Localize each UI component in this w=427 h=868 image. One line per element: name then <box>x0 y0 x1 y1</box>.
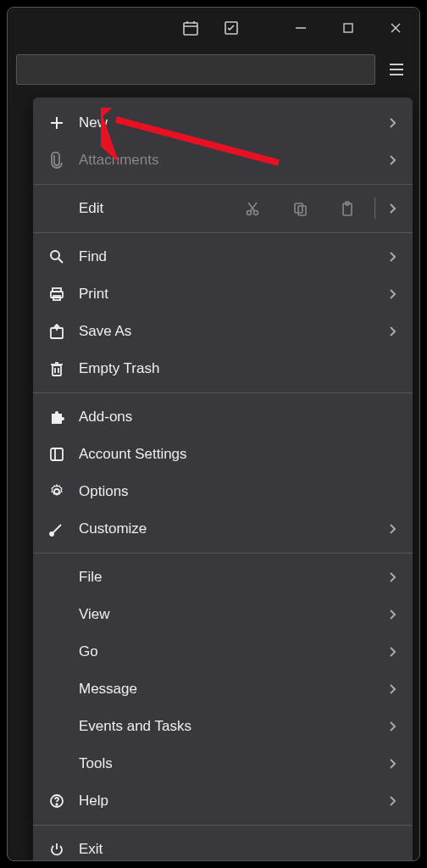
menu-label: Options <box>79 483 399 500</box>
save-icon <box>45 321 69 342</box>
menu-item-tools[interactable]: Tools <box>33 745 413 782</box>
toolbar <box>8 48 419 91</box>
chevron-right-icon <box>385 609 399 620</box>
separator <box>33 232 413 233</box>
menu-item-exit[interactable]: Exit <box>33 831 413 861</box>
chevron-right-icon <box>385 683 399 695</box>
chevron-right-icon <box>385 154 399 166</box>
svg-line-28 <box>58 259 63 263</box>
menu-item-options[interactable]: Options <box>33 473 413 510</box>
chevron-right-icon <box>385 721 399 732</box>
menu-label: Tools <box>79 755 385 772</box>
menu-item-new[interactable]: New <box>33 104 413 142</box>
menu-label: New <box>79 114 385 131</box>
menu-label: Go <box>79 643 385 660</box>
window-frame: New Attachments Edit <box>7 7 420 861</box>
separator <box>33 184 413 185</box>
menu-item-attachments[interactable]: Attachments <box>33 142 413 179</box>
svg-point-44 <box>56 804 58 805</box>
menu-label: Print <box>79 286 385 303</box>
search-input[interactable] <box>16 54 375 85</box>
paintbrush-icon <box>45 519 69 539</box>
svg-rect-38 <box>51 448 63 460</box>
search-icon <box>45 247 69 267</box>
help-icon <box>45 791 69 811</box>
calendar-icon[interactable] <box>170 8 211 48</box>
copy-button[interactable] <box>276 193 324 224</box>
chevron-right-icon <box>385 758 399 770</box>
menu-label: Account Settings <box>79 446 399 463</box>
menu-item-find[interactable]: Find <box>33 238 413 275</box>
separator <box>33 392 413 393</box>
separator <box>374 198 375 220</box>
gear-icon <box>45 481 69 502</box>
menu-label: Help <box>79 793 385 810</box>
menu-label: Events and Tasks <box>79 718 385 735</box>
menu-item-go[interactable]: Go <box>33 633 413 670</box>
menu-item-help[interactable]: Help <box>33 782 413 820</box>
chevron-right-icon <box>385 326 399 337</box>
chevron-right-icon <box>385 571 399 583</box>
menu-label: Add-ons <box>79 409 399 426</box>
power-icon <box>45 839 69 860</box>
menu-item-customize[interactable]: Customize <box>33 510 413 548</box>
separator <box>33 553 413 554</box>
menu-item-empty-trash[interactable]: Empty Trash <box>33 350 413 387</box>
chevron-right-icon[interactable] <box>385 203 399 214</box>
menu-label: Attachments <box>79 152 385 169</box>
menu-item-print[interactable]: Print <box>33 275 413 313</box>
minimize-button[interactable] <box>277 8 324 48</box>
menu-item-edit: Edit <box>33 190 413 227</box>
menu-item-message[interactable]: Message <box>33 670 413 708</box>
menu-label: Message <box>79 681 385 698</box>
chevron-right-icon <box>385 523 399 535</box>
print-icon <box>45 284 69 304</box>
trash-icon <box>45 359 69 379</box>
maximize-button[interactable] <box>324 8 372 48</box>
chevron-right-icon <box>385 646 399 658</box>
menu-item-account-settings[interactable]: Account Settings <box>33 436 413 473</box>
plus-icon <box>45 113 69 133</box>
chevron-right-icon <box>385 288 399 300</box>
menu-label: Save As <box>79 323 385 340</box>
menu-label: Empty Trash <box>79 360 399 377</box>
menu-item-save-as[interactable]: Save As <box>33 313 413 350</box>
menu-item-events-tasks[interactable]: Events and Tasks <box>33 708 413 745</box>
titlebar <box>8 8 419 48</box>
menu-label: Exit <box>79 841 399 858</box>
menu-item-view[interactable]: View <box>33 596 413 633</box>
svg-point-27 <box>51 251 59 259</box>
close-button[interactable] <box>372 8 419 48</box>
svg-point-42 <box>50 532 53 536</box>
paste-button[interactable] <box>324 193 371 224</box>
hamburger-menu-button[interactable] <box>382 55 411 84</box>
puzzle-icon <box>45 407 69 427</box>
chevron-right-icon <box>385 251 399 263</box>
cut-button[interactable] <box>229 193 276 224</box>
app-menu: New Attachments Edit <box>33 97 413 861</box>
svg-rect-11 <box>344 24 352 32</box>
menu-label: View <box>79 606 385 623</box>
menu-label: Customize <box>79 520 385 537</box>
paperclip-icon <box>45 150 69 170</box>
menu-item-addons[interactable]: Add-ons <box>33 398 413 436</box>
svg-rect-0 <box>184 23 197 35</box>
svg-point-20 <box>254 211 258 215</box>
book-icon <box>45 444 69 465</box>
menu-label: Find <box>79 248 385 265</box>
chevron-right-icon <box>385 117 399 129</box>
menu-label: File <box>79 569 385 586</box>
separator <box>33 825 413 826</box>
svg-rect-30 <box>51 292 63 298</box>
tasks-icon[interactable] <box>211 8 252 48</box>
chevron-right-icon <box>385 795 399 807</box>
menu-label: Edit <box>79 200 229 217</box>
svg-point-19 <box>247 211 252 215</box>
menu-item-file[interactable]: File <box>33 559 413 596</box>
svg-rect-33 <box>53 365 61 376</box>
